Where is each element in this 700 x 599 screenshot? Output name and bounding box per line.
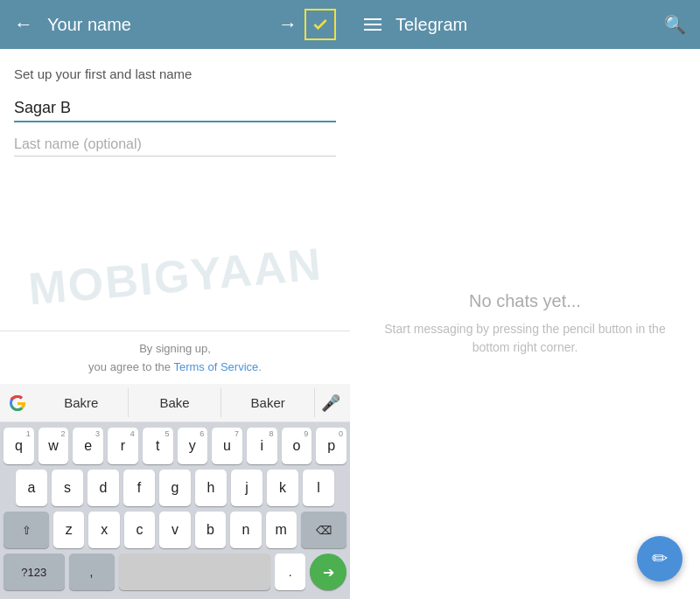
key-g[interactable]: g (159, 470, 191, 506)
arrow-right-icon: → (278, 13, 298, 36)
num-key[interactable]: ?123 (4, 554, 65, 590)
key-b[interactable]: b (195, 512, 226, 548)
key-t[interactable]: 5t (143, 428, 173, 464)
terms-link[interactable]: Terms of Service (173, 360, 258, 373)
first-name-input[interactable] (14, 99, 336, 122)
key-q[interactable]: 1q (4, 428, 34, 464)
signing-end: . (258, 360, 262, 373)
hamburger-icon[interactable] (364, 18, 382, 31)
suggestion-3[interactable]: Baker (221, 388, 315, 417)
key-h[interactable]: h (195, 470, 227, 506)
key-k[interactable]: k (267, 470, 298, 506)
setup-text: Set up your first and last name (14, 66, 336, 81)
backspace-key[interactable]: ⌫ (301, 512, 346, 548)
keyboard-row-1: 1q 2w 3e 4r 5t 6y 7u 8i 9o 0p (4, 428, 346, 464)
key-l[interactable]: l (303, 470, 334, 506)
keyboard-row-3: ⇧ z x c v b n m ⌫ (4, 512, 346, 548)
key-e[interactable]: 3e (73, 428, 103, 464)
watermark: MOBIGYAAN (0, 189, 350, 331)
key-x[interactable]: x (88, 512, 119, 548)
key-z[interactable]: z (53, 512, 84, 548)
key-w[interactable]: 2w (38, 428, 69, 464)
keyboard-row-4: ?123 , . ➔ (4, 554, 346, 590)
key-v[interactable]: v (159, 512, 190, 548)
no-chats-title: No chats yet... (469, 291, 581, 311)
right-header: Telegram 🔍 (350, 0, 700, 49)
key-n[interactable]: n (230, 512, 261, 548)
search-icon[interactable]: 🔍 (664, 14, 686, 35)
key-j[interactable]: j (231, 470, 262, 506)
right-content: No chats yet... Start messaging by press… (350, 49, 700, 599)
suggestion-2[interactable]: Bake (129, 388, 222, 417)
no-chats-subtitle: Start messaging by pressing the pencil b… (350, 320, 700, 357)
comma-key[interactable]: , (69, 554, 115, 590)
space-key[interactable] (119, 554, 271, 590)
signing-line1: By signing up, (139, 342, 211, 355)
right-panel: Telegram 🔍 No chats yet... Start messagi… (350, 0, 700, 599)
signing-text: By signing up, you agree to the Terms of… (0, 331, 350, 384)
key-f[interactable]: f (123, 470, 155, 506)
left-panel: ← Your name → Set up your first and last… (0, 0, 350, 599)
mic-icon[interactable]: 🎤 (315, 394, 346, 413)
keyboard-area: By signing up, you agree to the Terms of… (0, 331, 350, 599)
key-c[interactable]: c (124, 512, 155, 548)
confirm-button[interactable] (304, 9, 336, 40)
pencil-icon: ✏ (652, 547, 668, 570)
keyboard: 1q 2w 3e 4r 5t 6y 7u 8i 9o 0p a s d f g … (0, 422, 350, 599)
left-header-title: Your name (47, 15, 278, 35)
google-icon (4, 389, 32, 417)
key-y[interactable]: 6y (178, 428, 208, 464)
suggestions-row: Bakre Bake Baker 🎤 (0, 384, 350, 422)
key-s[interactable]: s (52, 470, 83, 506)
shift-key[interactable]: ⇧ (4, 512, 49, 548)
signing-line2: you agree to the (88, 360, 173, 373)
enter-key[interactable]: ➔ (310, 554, 346, 590)
key-u[interactable]: 7u (212, 428, 242, 464)
fab-pencil-button[interactable]: ✏ (637, 536, 682, 582)
key-m[interactable]: m (266, 512, 297, 548)
key-p[interactable]: 0p (316, 428, 346, 464)
key-r[interactable]: 4r (108, 428, 138, 464)
key-d[interactable]: d (88, 470, 119, 506)
keyboard-row-2: a s d f g h j k l (4, 470, 346, 506)
last-name-input[interactable] (14, 136, 336, 157)
period-key[interactable]: . (275, 554, 305, 590)
left-header: ← Your name → (0, 0, 350, 49)
left-content: Set up your first and last name MOBIGYAA… (0, 49, 350, 331)
key-a[interactable]: a (16, 470, 47, 506)
back-icon[interactable]: ← (14, 13, 33, 36)
right-header-title: Telegram (396, 15, 664, 35)
suggestion-1[interactable]: Bakre (35, 388, 129, 417)
key-o[interactable]: 9o (282, 428, 312, 464)
watermark-text: MOBIGYAAN (26, 237, 325, 315)
key-i[interactable]: 8i (247, 428, 277, 464)
